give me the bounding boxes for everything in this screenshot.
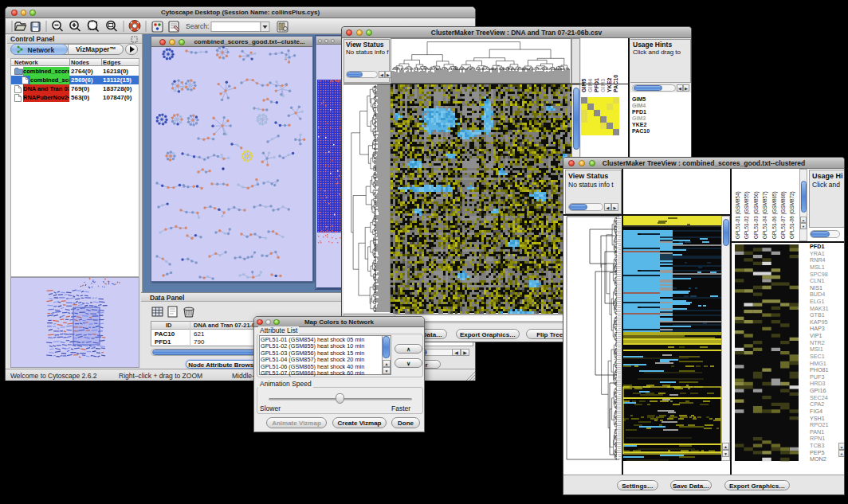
svg-text:RNR4: RNR4 — [810, 256, 826, 264]
svg-text:HAP3: HAP3 — [810, 325, 825, 332]
svg-text:GPL51-02 (GSM855): GPL51-02 (GSM855) — [744, 192, 750, 240]
svg-text:MON2: MON2 — [810, 455, 826, 463]
svg-text:SEC24: SEC24 — [810, 394, 828, 401]
svg-text:GPL51-01 (GSM854): GPL51-01 (GSM854) — [735, 192, 741, 240]
svg-text:PAN1: PAN1 — [810, 428, 824, 436]
svg-text:GPL51-08 (GSM872): GPL51-08 (GSM872) — [789, 192, 795, 240]
svg-text:GPL51-06 (GSM865): GPL51-06 (GSM865) — [771, 192, 778, 240]
svg-text:HMG1: HMG1 — [810, 360, 826, 367]
svg-text:BUD4: BUD4 — [810, 291, 825, 298]
svg-text:GPL51-04 (GSM857): GPL51-04 (GSM857) — [762, 192, 768, 240]
svg-text:GIM5: GIM5 — [581, 79, 587, 92]
svg-text:GIM4: GIM4 — [587, 79, 593, 92]
svg-text:PFD1: PFD1 — [594, 78, 599, 92]
svg-text:YKE2: YKE2 — [607, 78, 612, 92]
svg-text:GPL51-07 (GSM868): GPL51-07 (GSM868) — [780, 192, 787, 240]
svg-text:Search:: Search: — [186, 22, 209, 30]
svg-text:GIM3: GIM3 — [600, 79, 606, 92]
svg-text:GPL51-03 (GSM856): GPL51-03 (GSM856) — [753, 192, 760, 240]
